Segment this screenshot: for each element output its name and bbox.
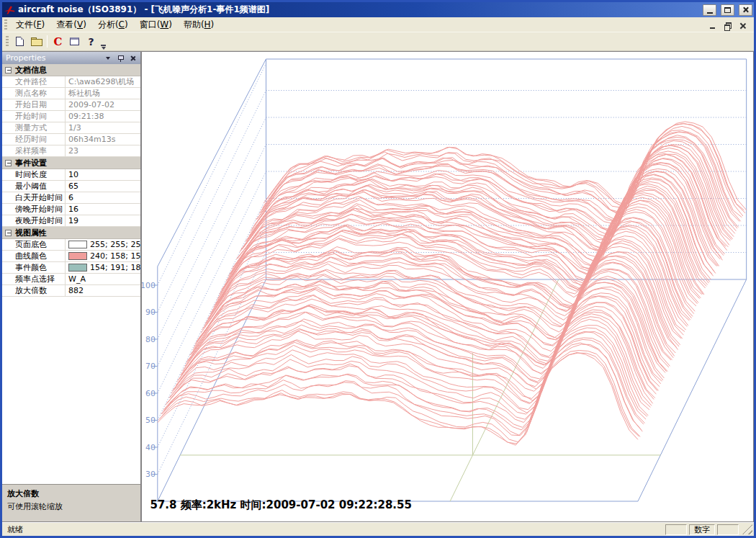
mdi-restore-button[interactable] xyxy=(723,21,732,29)
new-document-button[interactable] xyxy=(12,34,28,50)
property-value[interactable]: 16 xyxy=(66,204,140,215)
collapse-icon[interactable] xyxy=(5,230,12,236)
maximize-button[interactable] xyxy=(721,4,734,16)
panel-pin-button[interactable] xyxy=(116,54,125,63)
convert-button[interactable]: C xyxy=(50,34,66,50)
property-value[interactable]: 255; 255; 25 xyxy=(66,239,140,250)
property-value[interactable]: 1/3 xyxy=(66,122,140,133)
property-label: 放大倍数 xyxy=(2,285,66,296)
property-row: 测点名称栎社机场 xyxy=(2,88,140,99)
property-row: 时间长度10 xyxy=(2,169,140,181)
property-value[interactable]: 6 xyxy=(66,192,140,203)
collapse-icon[interactable] xyxy=(5,160,12,166)
property-label: 采样频率 xyxy=(2,145,66,156)
property-label: 最小阈值 xyxy=(2,181,66,192)
property-label: 经历时间 xyxy=(2,134,66,145)
mdi-close-button[interactable] xyxy=(738,21,747,29)
panel-close-button[interactable] xyxy=(128,54,137,63)
pin-icon xyxy=(117,55,123,62)
menu-item[interactable]: 帮助(H) xyxy=(178,17,220,32)
property-value[interactable]: 10 xyxy=(66,169,140,180)
property-row: 采样频率23 xyxy=(2,145,140,157)
property-value[interactable]: 154; 191; 18 xyxy=(66,262,140,273)
chevron-down-icon xyxy=(102,47,106,50)
open-folder-icon xyxy=(31,37,42,45)
property-label: 测量方式 xyxy=(2,122,66,133)
property-value[interactable]: 06h34m13s xyxy=(66,134,140,145)
property-section-header[interactable]: 视图属性 xyxy=(2,227,140,239)
property-value[interactable]: 23 xyxy=(66,145,140,156)
airplane-icon xyxy=(4,5,15,15)
color-swatch[interactable] xyxy=(68,252,87,260)
menu-item[interactable]: 查看(V) xyxy=(50,17,92,32)
spectrum-slice xyxy=(231,181,711,279)
spectrum-slice xyxy=(235,174,716,274)
property-section-header[interactable]: 事件设置 xyxy=(2,157,140,169)
property-label: 开始时间 xyxy=(2,111,66,122)
close-button[interactable] xyxy=(739,4,752,16)
color-swatch[interactable] xyxy=(68,264,87,272)
property-label: 开始日期 xyxy=(2,99,66,110)
property-label: 事件颜色 xyxy=(2,262,66,273)
color-swatch[interactable] xyxy=(68,241,87,248)
menu-item[interactable]: 文件(F) xyxy=(10,17,50,32)
properties-button[interactable] xyxy=(66,34,83,50)
toolbar-overflow-button[interactable] xyxy=(101,45,106,50)
menu-item[interactable]: 窗口(W) xyxy=(134,17,178,32)
resize-grip[interactable] xyxy=(742,524,752,534)
property-value-text: 16 xyxy=(68,205,78,214)
spectrum-slice xyxy=(159,353,639,444)
help-button[interactable]: ? xyxy=(83,34,99,50)
property-row: 白天开始时间6 xyxy=(2,192,140,204)
property-value-text: 882 xyxy=(68,286,84,295)
axis-tick-label: 100 xyxy=(142,281,156,290)
properties-panel: Properties 文档信息文件路径C:\awa6298\机场测点名称栎社机场… xyxy=(2,51,141,522)
status-pane-2 xyxy=(717,524,739,535)
mdi-minimize-button[interactable] xyxy=(708,21,716,29)
property-row: 放大倍数882 xyxy=(2,285,140,297)
menu-bar: 文件(F)查看(V)分析(C)窗口(W)帮助(H) xyxy=(2,17,754,32)
property-value[interactable]: 09:21:38 xyxy=(66,111,140,122)
axis-tick-label: 30 xyxy=(145,470,156,479)
menu-item[interactable]: 分析(C) xyxy=(92,17,134,32)
property-value[interactable]: 882 xyxy=(66,285,140,296)
property-value[interactable]: W_A xyxy=(66,274,140,284)
property-value-text: 65 xyxy=(68,181,78,191)
property-value[interactable]: 65 xyxy=(66,181,140,192)
property-value-text: 240; 158; 15 xyxy=(90,251,140,261)
close-icon xyxy=(742,6,749,13)
collapse-icon[interactable] xyxy=(5,67,12,73)
property-label: 页面底色 xyxy=(2,239,66,250)
property-label: 傍晚开始时间 xyxy=(2,204,66,215)
maximize-icon xyxy=(724,7,731,13)
property-value-text: 09:21:38 xyxy=(68,112,104,121)
toolbar-overflow-icon xyxy=(101,45,106,46)
toolbar-grip[interactable] xyxy=(6,36,9,47)
status-text: 就绪 xyxy=(7,524,663,535)
property-value[interactable]: 栎社机场 xyxy=(66,88,140,99)
waterfall-plot[interactable]: 10090807060504030 xyxy=(142,52,753,521)
menu-grip[interactable] xyxy=(4,19,7,30)
property-row: 频率点选择W_A xyxy=(2,274,140,285)
properties-window-icon xyxy=(70,37,79,45)
convert-c-icon: C xyxy=(54,35,63,48)
property-value[interactable]: 240; 158; 15 xyxy=(66,251,140,261)
properties-panel-title: Properties xyxy=(6,53,100,63)
open-file-button[interactable] xyxy=(28,34,45,50)
property-row: 傍晚开始时间16 xyxy=(2,204,140,215)
property-value-text: 2009-07-02 xyxy=(68,100,114,109)
property-grid-empty-area xyxy=(2,297,140,484)
property-value-text: 154; 191; 18 xyxy=(90,263,140,272)
minimize-button[interactable] xyxy=(703,4,716,16)
property-section-header[interactable]: 文档信息 xyxy=(2,64,140,76)
property-value[interactable]: 2009-07-02 xyxy=(66,99,140,110)
panel-menu-button[interactable] xyxy=(104,54,112,63)
property-value[interactable]: C:\awa6298\机场 xyxy=(66,76,140,87)
property-value[interactable]: 19 xyxy=(66,215,140,226)
spectrum-slice xyxy=(233,178,714,276)
property-label: 频率点选择 xyxy=(2,274,66,284)
section-title: 事件设置 xyxy=(15,158,47,169)
spectrum-slice xyxy=(182,293,662,382)
spectrum-slice xyxy=(196,259,676,353)
axis-tick-label: 50 xyxy=(145,416,156,425)
